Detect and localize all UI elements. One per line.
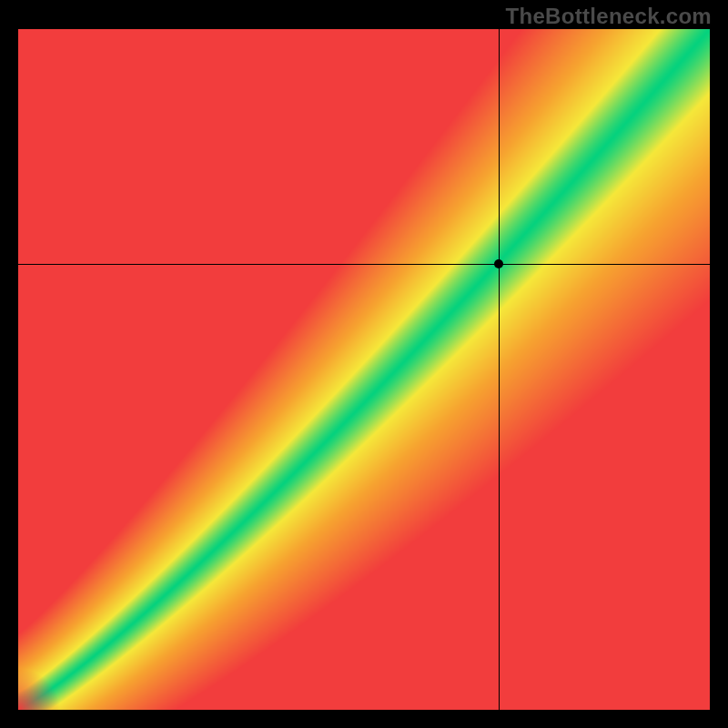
chart-frame: TheBottleneck.com bbox=[0, 0, 728, 728]
crosshair-vertical bbox=[499, 29, 500, 710]
heatmap-canvas bbox=[18, 29, 710, 710]
selection-marker bbox=[494, 259, 503, 268]
crosshair-horizontal bbox=[18, 264, 710, 265]
watermark-text: TheBottleneck.com bbox=[506, 4, 712, 29]
heatmap-plot bbox=[18, 29, 710, 710]
